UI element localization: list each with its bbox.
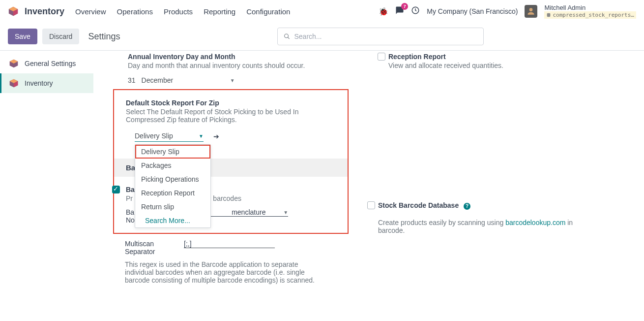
help-icon[interactable]: ? [464,203,470,210]
layout: General Settings Inventory Annual Invent… [0,51,644,321]
zip-title: Default Stock Report For Zip [126,99,338,107]
svg-point-6 [285,34,289,38]
topnav-right: 🐞 7 My Company (San Francisco) Mitchell … [379,4,636,19]
app-brand[interactable]: Inventory [25,6,64,17]
sidebar-item-inventory[interactable]: Inventory [0,73,93,93]
barcode-db-title: Stock Barcode Database ? [378,201,629,210]
search-box[interactable] [277,28,484,45]
barcode-scanner-checkbox[interactable] [112,187,120,195]
control-bar: Save Discard Settings [0,23,644,50]
svg-point-4 [529,8,533,11]
app-logo-icon[interactable] [8,6,19,17]
annual-desc: Day and month that annual inventory coun… [128,62,363,69]
annual-day-input[interactable]: 31 [128,76,136,84]
reception-title: Reception Report [388,53,623,61]
reception-checkbox[interactable] [378,53,385,62]
multiscan-input[interactable]: [;,] [184,240,275,248]
barcode-db-desc: Create products easily by scanning using… [378,219,575,234]
messages-icon[interactable]: 7 [395,6,404,17]
annual-month-select[interactable]: December ▼ [142,76,235,84]
svg-line-7 [288,37,290,39]
top-nav: Inventory Overview Operations Products R… [0,0,644,23]
search-wrap [277,28,484,45]
sidebar-item-label: Inventory [25,79,53,87]
menu-overview[interactable]: Overview [75,7,106,16]
sidebar-item-general[interactable]: General Settings [0,54,93,73]
dd-option-reception-report[interactable]: Reception Report [135,186,210,200]
external-link-icon[interactable]: ➔ [209,132,219,140]
dd-option-picking-operations[interactable]: Picking Operations [135,172,210,186]
main-menu: Overview Operations Products Reporting C… [75,7,290,16]
search-icon [284,33,290,40]
search-input[interactable] [294,32,477,40]
caret-down-icon: ▼ [199,133,204,139]
reception-desc: View and allocate received quantities. [388,62,623,69]
user-db: compressed_stock_reports… [544,11,636,19]
discard-button[interactable]: Discard [42,29,79,44]
inventory-icon [9,78,19,88]
messages-badge: 7 [401,3,408,10]
menu-products[interactable]: Products [164,7,193,16]
multiscan-label: Multiscan Separator [125,240,169,256]
company-switcher[interactable]: My Company (San Francisco) [427,7,518,15]
user-name: Mitchell Admin [544,4,636,12]
zip-report-dropdown: Delivery Slip Packages Picking Operation… [135,144,211,228]
zip-setting-highlight: Default Stock Report For Zip Select The … [113,89,349,234]
save-button[interactable]: Save [8,29,37,44]
gear-icon [9,59,19,68]
dd-search-more[interactable]: Search More... [135,214,210,227]
debug-icon[interactable]: 🐞 [379,7,388,16]
page-title: Settings [88,32,120,42]
menu-configuration[interactable]: Configuration [246,7,290,16]
multiscan-help: This regex is used in the Barcode applic… [125,260,322,284]
dd-option-packages[interactable]: Packages [135,159,210,172]
caret-down-icon: ▼ [230,78,235,83]
annual-title: Annual Inventory Day and Month [128,53,363,61]
zip-report-select[interactable]: Delivery Slip ▼ [135,130,204,142]
caret-down-icon: ▼ [283,210,288,215]
menu-reporting[interactable]: Reporting [204,7,235,16]
barcodelookup-link[interactable]: barcodelookup.com [505,219,565,226]
zip-desc: Select The Default Report of Stock Picki… [126,108,303,124]
avatar[interactable] [525,5,537,18]
barcode-db-checkbox[interactable] [367,201,375,211]
settings-sidebar: General Settings Inventory [0,51,93,321]
sidebar-item-label: General Settings [25,60,76,67]
activities-icon[interactable] [411,6,420,17]
menu-operations[interactable]: Operations [117,7,153,16]
settings-main[interactable]: Annual Inventory Day and Month Day and m… [93,51,644,321]
dd-option-delivery-slip[interactable]: Delivery Slip [135,145,210,159]
dd-option-return-slip[interactable]: Return slip [135,200,210,214]
user-info[interactable]: Mitchell Admin compressed_stock_reports… [544,4,636,19]
